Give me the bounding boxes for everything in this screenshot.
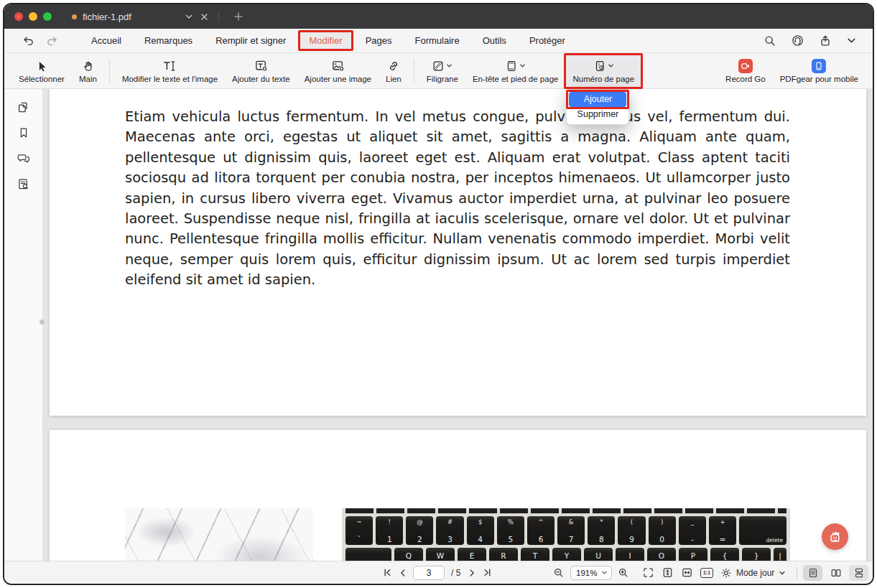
watermark-button[interactable]: Filigrane: [419, 55, 465, 88]
pdf-page-1[interactable]: Etiam vehicula luctus fermentum. In vel …: [50, 89, 866, 416]
first-page-icon[interactable]: [382, 567, 393, 578]
statusbar-divider: [797, 566, 797, 579]
keyboard-key: {: [710, 548, 739, 561]
share-icon[interactable]: [819, 34, 832, 47]
keyboard-key: delete: [739, 516, 786, 545]
left-sidebar: [4, 89, 43, 561]
keyboard-key: Y: [552, 548, 581, 561]
view-mode-controls: [803, 561, 868, 584]
tab-outils[interactable]: Outils: [473, 32, 516, 50]
facing-pages-view-icon[interactable]: [826, 565, 845, 581]
zoom-level-select[interactable]: 191%: [570, 566, 612, 580]
new-tab-button[interactable]: [233, 11, 243, 22]
document-tab-title: fichier-1.pdf: [83, 11, 177, 22]
page-number-input[interactable]: 3: [413, 566, 445, 580]
page-thumbnails-icon[interactable]: [17, 101, 30, 114]
record-go-icon: [738, 59, 753, 73]
previous-page-icon[interactable]: [398, 568, 408, 578]
page-navigation: 3 / 5: [382, 561, 493, 584]
pdf-page-2[interactable]: ~`!1@2#3$4%5^6&7*8(9)0_-+=delete QWERTYU…: [50, 430, 866, 561]
keyboard-key: Q: [394, 548, 423, 561]
chevron-down-icon: [446, 62, 453, 69]
mobile-app-button[interactable]: PDFgear pour mobile: [773, 55, 866, 88]
header-footer-button[interactable]: En-tête et pied de page: [465, 55, 566, 88]
page-number-button[interactable]: 12 Numéro de page Ajouter Supprimer: [565, 55, 641, 88]
add-text-button[interactable]: Ajouter du texte: [225, 55, 297, 88]
tab-remarques[interactable]: Remarques: [135, 32, 202, 50]
chevron-down-icon: [601, 569, 608, 576]
search-icon[interactable]: [764, 34, 776, 47]
menu-item-supprimer[interactable]: Supprimer: [569, 107, 626, 122]
tab-formulaire[interactable]: Formulaire: [406, 32, 469, 50]
add-image-icon: [331, 59, 345, 73]
add-image-button[interactable]: Ajouter une image: [297, 55, 379, 88]
toolbar-divider: [414, 59, 414, 83]
svg-text:2: 2: [600, 65, 603, 69]
hand-tool-button[interactable]: Main: [72, 55, 104, 88]
keyboard-key: E: [458, 548, 486, 561]
zoom-controls: 191%: [553, 561, 629, 584]
tab-modifier[interactable]: Modifier: [300, 32, 351, 50]
ai-assistant-robot-icon[interactable]: [822, 523, 848, 550]
menubar-right-icons: [764, 34, 857, 47]
fit-controls: 1:1: [642, 561, 713, 584]
search-document-icon[interactable]: [17, 177, 30, 191]
mode-jour-select[interactable]: Mode jour: [736, 568, 786, 578]
keyboard-photo: ~`!1@2#3$4%5^6&7*8(9)0_-+=delete QWERTYU…: [342, 508, 790, 561]
continuous-page-view-icon[interactable]: [803, 565, 822, 581]
comments-icon[interactable]: [17, 151, 31, 165]
document-area[interactable]: Etiam vehicula luctus fermentum. In vel …: [44, 89, 873, 561]
select-tool-button[interactable]: Sélectionner: [11, 55, 72, 88]
keyboard-key: )0: [649, 516, 676, 545]
mobile-phone-icon: [812, 59, 826, 73]
keyboard-key: R: [489, 548, 518, 561]
record-go-button[interactable]: Record Go: [718, 55, 773, 88]
keyboard-key: &7: [557, 516, 585, 545]
cursor-icon: [35, 59, 48, 73]
bookmarks-icon[interactable]: [17, 126, 30, 139]
keyboard-key: +=: [709, 516, 736, 545]
keyboard-key: U: [584, 548, 613, 561]
close-window-button[interactable]: [14, 12, 23, 21]
support-icon[interactable]: [791, 34, 804, 47]
redo-icon[interactable]: [46, 34, 59, 47]
edit-text-image-button[interactable]: Modifier le texte et l'image: [115, 55, 225, 88]
last-page-icon[interactable]: [482, 567, 493, 578]
menu-item-ajouter[interactable]: Ajouter: [569, 92, 626, 107]
zoom-window-button[interactable]: [43, 12, 52, 21]
collapse-toolbar-icon[interactable]: [846, 35, 857, 46]
zoom-in-icon[interactable]: [618, 567, 629, 579]
tab-close-icon[interactable]: [200, 13, 208, 21]
fit-page-icon[interactable]: [642, 566, 654, 579]
chevron-down-icon: [779, 569, 786, 577]
keyboard-key: _-: [679, 516, 706, 545]
keyboard-row-2: QWERTYUIOP{}|: [344, 548, 788, 561]
add-text-icon: [254, 59, 268, 73]
fit-height-icon[interactable]: [662, 566, 674, 579]
link-icon: [387, 59, 400, 73]
tab-remplir-et-signer[interactable]: Remplir et signer: [206, 32, 295, 50]
tab-accueil[interactable]: Accueil: [82, 32, 131, 50]
minimize-window-button[interactable]: [29, 12, 37, 21]
undo-icon[interactable]: [22, 34, 34, 47]
edit-toolbar: Sélectionner Main Modifier le texte et l…: [4, 53, 873, 89]
tab-chevron-down-icon[interactable]: [185, 12, 193, 21]
keyboard-key: ~`: [345, 516, 373, 545]
tab-pages[interactable]: Pages: [356, 32, 402, 50]
header-footer-icon: [505, 60, 518, 73]
book-scroll-view-icon[interactable]: [849, 565, 868, 581]
zoom-out-icon[interactable]: [553, 567, 565, 579]
tab-proteger[interactable]: Protéger: [520, 32, 575, 50]
keyboard-key: #3: [436, 516, 463, 545]
keyboard-key: [345, 548, 391, 561]
traffic-lights: [14, 12, 52, 21]
sidebar-resize-handle[interactable]: [40, 319, 45, 325]
page-photo: ~`!1@2#3$4%5^6&7*8(9)0_-+=delete QWERTYU…: [125, 508, 790, 561]
fit-width-icon[interactable]: [681, 566, 693, 579]
next-page-icon[interactable]: [467, 568, 477, 578]
link-button[interactable]: Lien: [379, 55, 409, 88]
keyboard-key: %5: [497, 516, 524, 545]
document-tab[interactable]: fichier-1.pdf: [72, 11, 208, 22]
actual-size-icon[interactable]: 1:1: [700, 568, 713, 578]
keyboard-key: I: [616, 548, 644, 561]
